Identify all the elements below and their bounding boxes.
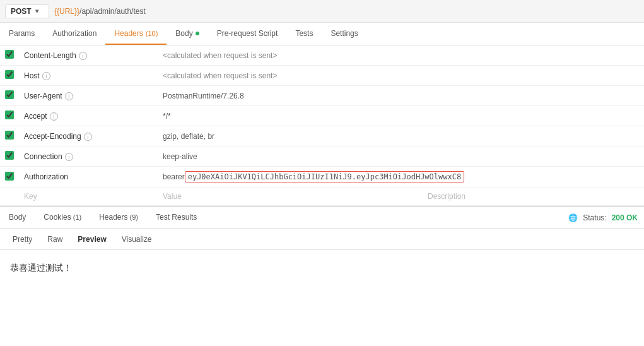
header-key: Accept-Encoding <box>24 132 81 141</box>
auth-token: eyJ0eXAiOiJKV1QiLCJhbGciOiJIUzI1NiJ9.eyJ… <box>185 171 464 182</box>
auth-bearer-prefix: bearer <box>163 172 185 181</box>
header-value: gzip, deflate, br <box>163 132 214 141</box>
response-tab-body[interactable]: Body <box>0 207 35 228</box>
request-tabs: Params Authorization Headers (10) Body P… <box>0 23 644 45</box>
view-tabs: Pretty Raw Preview Visualize <box>0 229 644 250</box>
info-icon: i <box>65 92 73 100</box>
header-description <box>423 106 644 126</box>
header-value: <calculated when request is sent> <box>163 71 277 80</box>
view-tab-visualize[interactable]: Visualize <box>114 232 160 246</box>
tab-pre-request-script[interactable]: Pre-request Script <box>208 23 287 45</box>
table-row: Accepti*/* <box>0 106 644 126</box>
header-description <box>423 66 644 86</box>
status-label: Status: <box>583 213 606 222</box>
info-icon: i <box>65 153 73 161</box>
table-row: User-AgentiPostmanRuntime/7.26.8 <box>0 86 644 106</box>
view-tab-raw[interactable]: Raw <box>40 232 70 246</box>
globe-icon: 🌐 <box>568 213 578 222</box>
header-checkbox[interactable] <box>5 172 14 181</box>
placeholder-row: Key Value Description <box>0 188 644 206</box>
tab-params[interactable]: Params <box>0 23 44 45</box>
view-tab-pretty[interactable]: Pretty <box>5 232 40 246</box>
header-value: <calculated when request is sent> <box>163 51 277 60</box>
method-select[interactable]: POST ▾ <box>5 4 49 18</box>
header-key: Connection <box>24 152 62 161</box>
header-value: keep-alive <box>163 152 197 161</box>
header-checkbox[interactable] <box>5 110 14 119</box>
response-tab-headers[interactable]: Headers (9) <box>90 207 147 228</box>
header-description <box>423 146 644 167</box>
header-checkbox[interactable] <box>5 50 14 59</box>
info-icon: i <box>42 72 50 80</box>
header-checkbox[interactable] <box>5 131 14 140</box>
table-row: Connectionikeep-alive <box>0 146 644 167</box>
table-row: Accept-Encodingigzip, deflate, br <box>0 126 644 146</box>
tab-headers[interactable]: Headers (10) <box>105 23 167 45</box>
info-icon: i <box>50 112 58 121</box>
header-value: PostmanRuntime/7.26.8 <box>163 92 244 100</box>
response-tabs: Body Cookies (1) Headers (9) Test Result… <box>0 207 644 229</box>
preview-content: 恭喜通过测试！ <box>0 250 644 287</box>
placeholder-key: Key <box>19 188 158 206</box>
url-bar: POST ▾ {{URL}}/api/admin/auth/test <box>0 0 644 23</box>
tab-tests[interactable]: Tests <box>286 23 322 45</box>
table-row: Content-Lengthi<calculated when request … <box>0 45 644 66</box>
header-key: User-Agent <box>24 92 62 100</box>
placeholder-value: Value <box>158 188 423 206</box>
body-dot-indicator <box>196 32 199 35</box>
headers-section: Content-Lengthi<calculated when request … <box>0 45 644 206</box>
header-description <box>423 45 644 66</box>
table-row: AuthorizationbearereyJ0eXAiOiJKV1QiLCJhb… <box>0 167 644 188</box>
header-description <box>423 126 644 146</box>
info-icon: i <box>84 133 92 141</box>
tab-authorization[interactable]: Authorization <box>44 23 105 45</box>
table-row: Hosti<calculated when request is sent> <box>0 66 644 86</box>
url-variable: {{URL}} <box>54 7 79 16</box>
headers-table: Content-Lengthi<calculated when request … <box>0 45 644 206</box>
status-value: 200 OK <box>612 213 638 222</box>
tab-settings[interactable]: Settings <box>322 23 366 45</box>
method-label: POST <box>11 7 32 16</box>
chevron-down-icon: ▾ <box>35 8 38 15</box>
header-key: Content-Length <box>24 51 76 60</box>
header-description <box>423 86 644 106</box>
tab-body[interactable]: Body <box>167 23 208 45</box>
response-area: Body Cookies (1) Headers (9) Test Result… <box>0 206 644 287</box>
header-key: Host <box>24 71 40 80</box>
preview-text: 恭喜通过测试！ <box>10 263 72 273</box>
header-checkbox[interactable] <box>5 151 14 160</box>
header-value: */* <box>163 112 171 121</box>
response-tab-test-results[interactable]: Test Results <box>147 207 206 228</box>
placeholder-description: Description <box>423 188 644 206</box>
response-status-area: 🌐 Status: 200 OK <box>568 213 644 222</box>
view-tab-preview[interactable]: Preview <box>70 232 114 246</box>
header-key: Authorization <box>24 172 68 181</box>
url-display: {{URL}}/api/admin/auth/test <box>54 7 639 16</box>
url-path: /api/admin/auth/test <box>79 7 146 16</box>
response-tab-cookies[interactable]: Cookies (1) <box>35 207 90 228</box>
header-key: Accept <box>24 112 47 121</box>
info-icon: i <box>79 52 87 60</box>
header-checkbox[interactable] <box>5 90 14 99</box>
header-checkbox[interactable] <box>5 70 14 79</box>
